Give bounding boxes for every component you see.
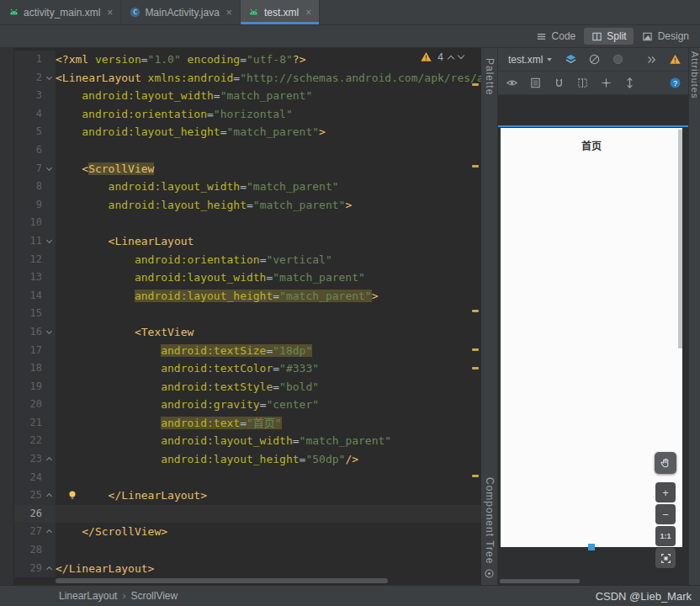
tab-close-icon[interactable]: × <box>305 7 311 19</box>
overflow-icon[interactable] <box>644 53 658 66</box>
layers-icon[interactable] <box>564 53 577 66</box>
preview-textview[interactable]: 首页 <box>501 138 682 152</box>
design-canvas[interactable]: 首页 +−1:1 <box>498 95 688 585</box>
code-line-23[interactable]: 23android:layout_height="50dp"/> <box>14 450 481 469</box>
zoom-out-button[interactable]: − <box>655 504 676 524</box>
fold-expand-icon[interactable] <box>46 493 52 499</box>
code-editor-pane[interactable]: 1<?xml version="1.0" encoding="utf-8"?>2… <box>14 48 481 585</box>
code-line-16[interactable]: 16<TextView <box>14 323 481 342</box>
warning-stripe-mark[interactable] <box>472 348 479 351</box>
fold-expand-icon[interactable] <box>46 566 52 572</box>
tab-label: activity_main.xml <box>24 7 100 19</box>
code-line-3[interactable]: 3android:layout_width="match_parent" <box>14 87 481 105</box>
breadcrumb-item-ScrollView[interactable]: ScrollView <box>130 590 178 602</box>
warning-stripe-mark[interactable] <box>472 165 479 167</box>
attributes-tool-button[interactable]: Attributes <box>690 51 700 98</box>
tab-close-icon[interactable]: × <box>107 7 113 19</box>
zoom-actual-button[interactable]: 1:1 <box>655 526 676 546</box>
editor-tab-MainActivity-java[interactable]: CMainActivity.java× <box>121 0 241 24</box>
canvas-horizontal-scrollbar[interactable] <box>500 579 580 583</box>
code-line-11[interactable]: 11<LinearLayout <box>14 232 481 251</box>
intention-bulb-icon[interactable] <box>67 490 77 500</box>
code-line-9[interactable]: 9android:layout_height="match_parent"> <box>14 196 481 215</box>
warning-stripe-mark[interactable] <box>472 310 479 312</box>
inspections-widget[interactable]: 4 <box>417 50 466 63</box>
mode-split-button[interactable]: Split <box>584 28 633 45</box>
help-icon[interactable]: ? <box>668 77 681 90</box>
code-line-8[interactable]: 8android:layout_width="match_parent" <box>14 178 481 196</box>
editor-tab-bar: activity_main.xml×CMainActivity.java×tes… <box>0 0 700 25</box>
code-line-15[interactable]: 15 <box>14 305 481 323</box>
code-line-13[interactable]: 13android:layout_width="match_parent" <box>14 268 481 287</box>
code-line-24[interactable]: 24 <box>14 469 481 487</box>
mode-design-button[interactable]: Design <box>635 28 696 45</box>
mode-code-button[interactable]: Code <box>529 28 583 45</box>
warning-icon[interactable] <box>668 53 681 66</box>
zoom-fit-button[interactable] <box>655 548 676 568</box>
code-line-4[interactable]: 4android:orientation="horizontal" <box>14 105 481 124</box>
gutter-line-3: 3 <box>14 87 56 105</box>
fold-collapse-icon[interactable] <box>46 165 52 171</box>
warning-stripe-mark[interactable] <box>472 475 479 477</box>
blueprint-icon[interactable] <box>528 77 542 90</box>
code-line-28[interactable]: 28 <box>14 541 481 560</box>
code-line-21[interactable]: 21android:text="首页" <box>14 414 481 433</box>
code-line-2[interactable]: 2<LinearLayout xmlns:android="http://sch… <box>14 69 481 88</box>
warning-stripe-mark[interactable] <box>472 83 479 86</box>
device-icon[interactable] <box>611 53 624 66</box>
pan-icon[interactable] <box>575 77 589 90</box>
warning-icon <box>420 50 432 63</box>
align-horizontal-icon[interactable] <box>599 77 612 90</box>
code-text: <TextView <box>56 323 481 342</box>
magnet-icon[interactable] <box>552 77 565 90</box>
code-line-26[interactable]: 26 <box>14 505 481 524</box>
editor-tab-test-xml[interactable]: test.xml× <box>241 0 320 24</box>
component-tree-tool-button[interactable]: Component Tree <box>484 477 496 564</box>
code-line-14[interactable]: 14android:layout_height="match_parent"> <box>14 287 481 306</box>
preview-scrollbar <box>678 130 682 348</box>
breadcrumb-item-LinearLayout[interactable]: LinearLayout <box>59 590 117 602</box>
component-tree-icon[interactable] <box>484 568 496 580</box>
design-toolbar-top: test.xml <box>498 48 688 72</box>
chevron-down-icon[interactable] <box>458 52 464 59</box>
fold-expand-icon[interactable] <box>46 457 52 463</box>
code-line-6[interactable]: 6 <box>14 141 481 160</box>
status-bar: LinearLayout›ScrollView CSDN @Lieb_Mark <box>0 585 700 606</box>
code-line-18[interactable]: 18android:textColor="#333" <box>14 359 481 378</box>
tab-close-icon[interactable]: × <box>226 7 232 19</box>
view-options-icon[interactable] <box>505 77 518 90</box>
fold-collapse-icon[interactable] <box>46 237 52 243</box>
fold-expand-icon[interactable] <box>46 529 52 535</box>
code-line-7[interactable]: 7<ScrollView <box>14 160 481 178</box>
code-line-25[interactable]: 25</LinearLayout> <box>14 486 481 505</box>
canvas-resize-handle[interactable] <box>588 544 595 550</box>
code-line-20[interactable]: 20android:gravity="center" <box>14 396 481 414</box>
editor-horizontal-scrollbar[interactable] <box>56 578 388 583</box>
code-line-29[interactable]: 29</LinearLayout> <box>14 560 481 578</box>
design-file-selector[interactable]: test.xml <box>505 52 555 67</box>
code-text <box>56 214 481 232</box>
line-number: 23 <box>30 453 42 465</box>
code-line-1[interactable]: 1<?xml version="1.0" encoding="utf-8"?> <box>14 50 481 69</box>
chevron-up-icon[interactable] <box>448 55 454 61</box>
code-line-12[interactable]: 12android:orientation="vertical" <box>14 251 481 269</box>
zoom-in-button[interactable]: + <box>655 482 676 502</box>
java-class-icon: C <box>129 7 141 19</box>
gutter-line-10: 10 <box>14 214 56 232</box>
error-stripe[interactable] <box>469 66 481 585</box>
gutter-line-25: 25 <box>14 486 56 505</box>
align-vertical-icon[interactable] <box>623 77 636 90</box>
editor-tab-activity_main-xml[interactable]: activity_main.xml× <box>0 0 121 24</box>
code-line-5[interactable]: 5android:layout_height="match_parent"> <box>14 123 481 141</box>
palette-tool-button[interactable]: Palette <box>484 58 496 95</box>
code-line-10[interactable]: 10 <box>14 214 481 232</box>
warning-stripe-mark[interactable] <box>472 367 479 369</box>
pan-button[interactable] <box>655 452 676 474</box>
disable-icon[interactable] <box>587 53 601 66</box>
fold-collapse-icon[interactable] <box>46 74 52 80</box>
code-line-27[interactable]: 27</ScrollView> <box>14 523 481 541</box>
code-line-22[interactable]: 22android:layout_width="match_parent" <box>14 432 481 450</box>
code-line-17[interactable]: 17android:textSize="18dp" <box>14 342 481 360</box>
code-line-19[interactable]: 19android:textStyle="bold" <box>14 378 481 396</box>
fold-collapse-icon[interactable] <box>46 328 52 334</box>
